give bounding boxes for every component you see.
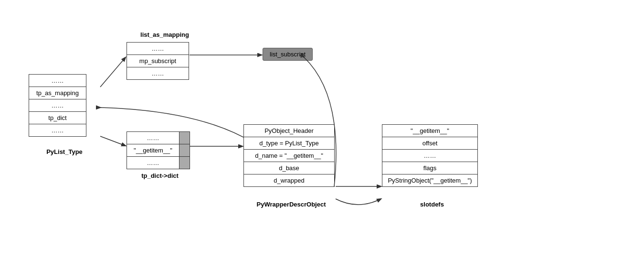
tpd-row-0: …… [127, 132, 179, 144]
pw-row-4: d_wrapped [244, 174, 335, 187]
pylist-type-box: …… tp_as_mapping …… tp_dict …… [29, 74, 86, 137]
list-subscript-node: list_subscript [263, 48, 313, 61]
pylist-row-1: tp_as_mapping [29, 87, 86, 99]
lam-row-1: mp_subscript [127, 55, 189, 67]
lam-row-2: …… [127, 67, 189, 80]
pylist-row-3: tp_dict [29, 112, 86, 124]
slotdefs-label: slotdefs [391, 201, 473, 208]
pw-row-0: PyObject_Header [244, 125, 335, 137]
pylist-type-label: PyList_Type [29, 148, 100, 155]
tpd-row-1: "__getitem__" [127, 144, 179, 157]
slotdefs-box: "__getitem__" offset …… flags PyStringOb… [382, 124, 478, 187]
diagram: …… tp_as_mapping …… tp_dict …… PyList_Ty… [0, 0, 644, 272]
pw-row-1: d_type = PyList_Type [244, 137, 335, 150]
pywrapper-box: PyObject_Header d_type = PyList_Type d_n… [243, 124, 335, 187]
sd-row-2: …… [382, 150, 478, 162]
sd-row-4: PyStringObject("__getitem__") [382, 174, 478, 187]
arrow-tp-dict [100, 136, 126, 146]
tp-dict-label: tp_dict->dict [122, 172, 198, 179]
tpd-row-2: …… [127, 157, 179, 169]
pw-row-2: d_name = "__getitem__" [244, 150, 335, 162]
list-as-mapping-label: list_as_mapping [127, 31, 203, 38]
tpd-gray-1 [179, 144, 190, 157]
pylist-row-2: …… [29, 99, 86, 112]
tpd-gray-2 [179, 157, 190, 169]
pw-row-3: d_base [244, 162, 335, 174]
sd-row-3: flags [382, 162, 478, 174]
sd-row-0: "__getitem__" [382, 125, 478, 137]
lam-row-0: …… [127, 43, 189, 55]
pylist-row-4: …… [29, 124, 86, 137]
list-as-mapping-box: …… mp_subscript …… [127, 42, 189, 80]
tp-dict-box: …… "__getitem__" …… [127, 131, 190, 169]
arrow-tp-as-mapping [100, 57, 126, 87]
sd-row-1: offset [382, 137, 478, 150]
pywrapper-label: PyWrapperDescrObject [239, 201, 344, 208]
tpd-gray-0 [179, 132, 190, 144]
pylist-row-0: …… [29, 75, 86, 87]
